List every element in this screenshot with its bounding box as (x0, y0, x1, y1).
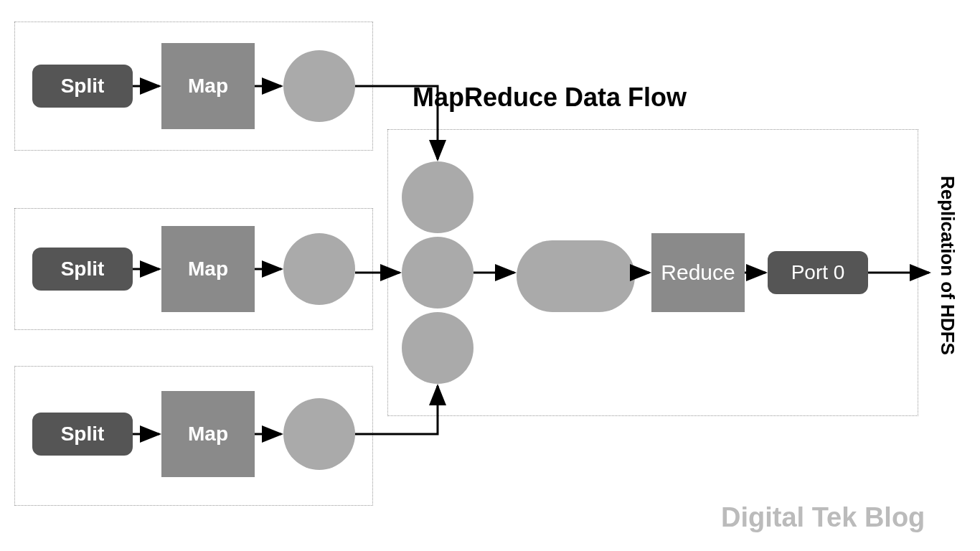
mapper-output-circle-3 (283, 398, 355, 470)
split-box-1: Split (32, 65, 133, 108)
reduce-label: Reduce (661, 260, 735, 285)
port-box: Port 0 (768, 251, 868, 294)
reduce-box: Reduce (651, 233, 745, 312)
shuffle-circle-top (402, 161, 473, 233)
split-box-3: Split (32, 413, 133, 456)
map-label-3: Map (188, 423, 228, 446)
merge-pill (517, 240, 635, 312)
map-box-1: Map (161, 43, 255, 129)
map-box-3: Map (161, 391, 255, 477)
split-label-3: Split (61, 423, 105, 446)
split-label-2: Split (61, 258, 105, 281)
shuffle-circle-mid (402, 237, 473, 309)
mapper-output-circle-2 (283, 233, 355, 305)
split-box-2: Split (32, 248, 133, 291)
watermark-text: Digital Tek Blog (721, 502, 925, 533)
diagram-title: MapReduce Data Flow (413, 83, 687, 113)
map-label-2: Map (188, 258, 228, 281)
mapper-output-circle-1 (283, 50, 355, 122)
map-label-1: Map (188, 75, 228, 98)
split-label-1: Split (61, 75, 105, 98)
shuffle-circle-bottom (402, 312, 473, 384)
map-box-2: Map (161, 226, 255, 312)
diagram-canvas: Split Map Split Map Split Map Reduce Por… (0, 0, 980, 551)
port-label: Port 0 (791, 261, 845, 284)
replication-label: Replication of HDFS (936, 176, 958, 355)
